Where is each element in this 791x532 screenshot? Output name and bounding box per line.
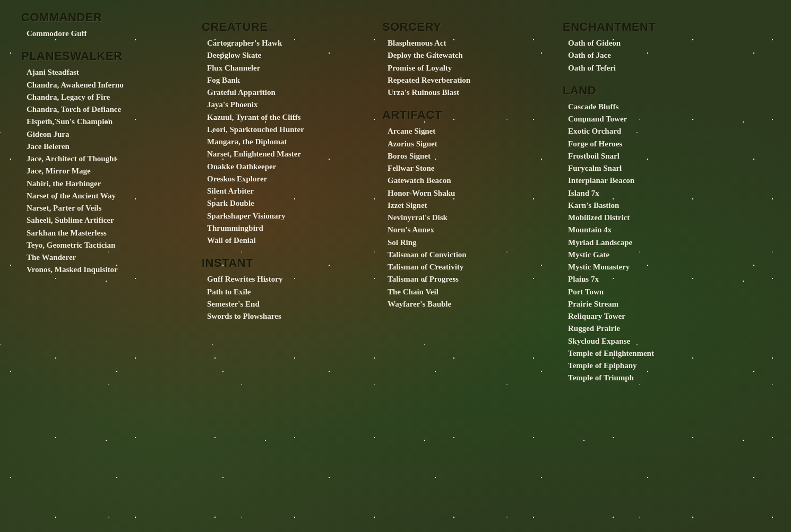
card-name: Oath of Teferi — [563, 62, 738, 74]
card-name: Chandra, Awakened Inferno — [21, 79, 191, 91]
card-name: Elspeth, Sun's Champion — [21, 116, 191, 128]
column-1: CREATURECartographer's HawkDeepglow Skat… — [196, 11, 377, 385]
card-name: Sol Ring — [382, 237, 552, 249]
card-name: Oath of Jace — [563, 49, 738, 62]
card-name: Temple of Triumph — [563, 372, 738, 384]
card-name: The Chain Veil — [382, 286, 552, 298]
card-name: Vronos, Masked Inquisitor — [21, 264, 191, 276]
card-name: Furycalm Snarl — [563, 162, 738, 175]
card-name: Promise of Loyalty — [382, 62, 552, 74]
card-name: Jace, Mirror Mage — [21, 165, 191, 177]
card-name: Cascade Bluffs — [563, 101, 738, 113]
card-name: Myriad Landscape — [563, 237, 738, 249]
card-name: Jace Beleren — [21, 141, 191, 153]
card-name: Arcane Signet — [382, 125, 552, 137]
card-name: The Wanderer — [21, 251, 191, 264]
card-name: Narset, Enlightened Master — [202, 148, 372, 160]
card-name: Azorius Signet — [382, 138, 552, 150]
card-name: Oreskos Explorer — [202, 173, 372, 185]
card-name: Port Town — [563, 286, 738, 298]
card-name: Blasphemous Act — [382, 37, 552, 49]
card-name: Leori, Sparktouched Hunter — [202, 124, 372, 136]
card-name: Commodore Guff — [21, 28, 191, 40]
card-name: Frostboil Snarl — [563, 150, 738, 162]
card-name: Rugged Prairie — [563, 322, 738, 335]
card-name: Teyo, Geometric Tactician — [21, 239, 191, 251]
section-header-commander: COMMANDER — [21, 11, 191, 24]
card-name: Mobilized District — [563, 212, 738, 224]
card-name: Saheeli, Sublime Artificer — [21, 214, 191, 226]
column-2: SORCERYBlasphemous ActDeploy the Gatewat… — [377, 11, 557, 385]
column-0: COMMANDERCommodore GuffPLANESWALKERAjani… — [16, 11, 196, 385]
card-name: Karn's Bastion — [563, 199, 738, 212]
card-name: Kazuul, Tyrant of the Cliffs — [202, 111, 372, 124]
card-name: Fellwar Stone — [382, 162, 552, 175]
card-name: Urza's Ruinous Blast — [382, 86, 552, 99]
card-name: Mystic Monastery — [563, 261, 738, 273]
section-header-instant: INSTANT — [202, 256, 372, 270]
card-name: Norn's Annex — [382, 224, 552, 236]
card-name: Jaya's Phoenix — [202, 99, 372, 111]
card-name: Thrummingbird — [202, 222, 372, 234]
card-name: Oath of Gideon — [563, 37, 738, 49]
card-name: Temple of Epiphany — [563, 360, 738, 372]
card-name: Island 7x — [563, 187, 738, 199]
section-header-sorcery: SORCERY — [382, 20, 552, 34]
card-name: Talisman of Creativity — [382, 261, 552, 273]
card-name: Honor-Worn Shaku — [382, 187, 552, 199]
card-name: Mangara, the Diplomat — [202, 136, 372, 148]
card-name: Narset, Parter of Veils — [21, 202, 191, 214]
card-name: Jace, Architect of Thought — [21, 153, 191, 165]
card-name: Swords to Plowshares — [202, 310, 372, 322]
section-header-land: LAND — [563, 84, 738, 98]
card-name: Nevinyrral's Disk — [382, 212, 552, 224]
card-name: Mountain 4x — [563, 224, 738, 236]
card-name: Flux Channeler — [202, 62, 372, 74]
card-name: Chandra, Legacy of Fire — [21, 91, 191, 103]
deck-list: COMMANDERCommodore GuffPLANESWALKERAjani… — [0, 0, 791, 395]
card-name: Deploy the Gatewatch — [382, 49, 552, 62]
card-name: Talisman of Progress — [382, 273, 552, 285]
card-name: Skycloud Expanse — [563, 335, 738, 347]
card-name: Gideon Jura — [21, 128, 191, 141]
column-3: ENCHANTMENTOath of GideonOath of JaceOat… — [557, 11, 743, 385]
card-name: Ajani Steadfast — [21, 66, 191, 79]
card-name: Guff Rewrites History — [202, 273, 372, 285]
card-name: Interplanar Beacon — [563, 175, 738, 187]
card-name: Mystic Gate — [563, 249, 738, 261]
card-name: Prairie Stream — [563, 298, 738, 310]
card-name: Forge of Heroes — [563, 138, 738, 150]
card-name: Nahiri, the Harbinger — [21, 178, 191, 190]
card-name: Exotic Orchard — [563, 125, 738, 137]
section-header-enchantment: ENCHANTMENT — [563, 20, 738, 34]
section-header-artifact: ARTIFACT — [382, 108, 552, 122]
card-name: Plains 7x — [563, 273, 738, 285]
card-name: Chandra, Torch of Defiance — [21, 103, 191, 116]
card-name: Silent Arbiter — [202, 185, 372, 197]
card-name: Wall of Denial — [202, 234, 372, 247]
card-name: Izzet Signet — [382, 199, 552, 212]
card-name: Reliquary Tower — [563, 310, 738, 322]
card-name: Sparkshaper Visionary — [202, 210, 372, 222]
card-name: Deepglow Skate — [202, 49, 372, 62]
card-name: Spark Double — [202, 197, 372, 210]
card-name: Wayfarer's Bauble — [382, 298, 552, 310]
section-header-planeswalker: PLANESWALKER — [21, 49, 191, 63]
card-name: Path to Exile — [202, 286, 372, 298]
card-name: Narset of the Ancient Way — [21, 190, 191, 202]
section-header-creature: CREATURE — [202, 20, 372, 34]
card-name: Cartographer's Hawk — [202, 37, 372, 49]
card-name: Talisman of Conviction — [382, 249, 552, 261]
card-name: Gatewatch Beacon — [382, 175, 552, 187]
card-name: Repeated Reverberation — [382, 74, 552, 86]
card-name: Temple of Enlightenment — [563, 347, 738, 360]
card-name: Boros Signet — [382, 150, 552, 162]
card-name: Sarkhan the Masterless — [21, 227, 191, 239]
card-name: Command Tower — [563, 113, 738, 125]
card-name: Onakke Oathkeeper — [202, 161, 372, 173]
card-name: Semester's End — [202, 298, 372, 310]
card-name: Grateful Apparition — [202, 86, 372, 99]
card-name: Fog Bank — [202, 74, 372, 86]
